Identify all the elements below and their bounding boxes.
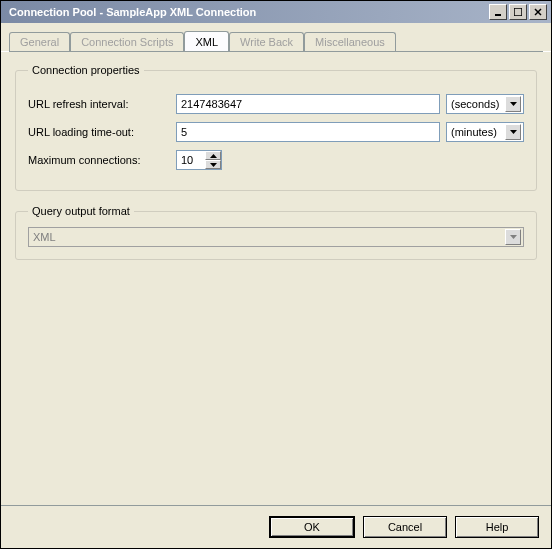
ok-button[interactable]: OK — [269, 516, 355, 538]
dialog-window: Connection Pool - SampleApp XML Connecti… — [0, 0, 552, 549]
url-timeout-unit-value: (minutes) — [451, 126, 497, 138]
tab-xml[interactable]: XML — [184, 31, 229, 51]
window-title: Connection Pool - SampleApp XML Connecti… — [5, 6, 487, 18]
dialog-footer: OK Cancel Help — [1, 505, 551, 548]
svg-marker-8 — [510, 235, 517, 239]
query-output-value: XML — [33, 231, 56, 243]
tabstrip: General Connection Scripts XML Write Bac… — [1, 23, 551, 52]
tab-miscellaneous[interactable]: Miscellaneous — [304, 32, 396, 52]
url-timeout-unit-select[interactable]: (minutes) — [446, 122, 524, 142]
svg-rect-1 — [514, 8, 522, 16]
spin-down-button[interactable] — [205, 160, 221, 169]
tab-connection-scripts[interactable]: Connection Scripts — [70, 32, 184, 52]
chevron-down-icon — [505, 124, 521, 140]
url-timeout-label: URL loading time-out: — [28, 126, 170, 138]
max-connections-input[interactable] — [177, 151, 205, 169]
spin-up-button[interactable] — [205, 151, 221, 160]
cancel-button[interactable]: Cancel — [363, 516, 447, 538]
tab-write-back[interactable]: Write Back — [229, 32, 304, 52]
url-refresh-row: URL refresh interval: (seconds) — [28, 94, 524, 114]
max-connections-label: Maximum connections: — [28, 154, 170, 166]
url-refresh-unit-value: (seconds) — [451, 98, 499, 110]
connection-properties-legend: Connection properties — [28, 64, 144, 76]
svg-marker-5 — [510, 130, 517, 134]
svg-marker-6 — [210, 154, 217, 158]
url-timeout-row: URL loading time-out: (minutes) — [28, 122, 524, 142]
max-connections-row: Maximum connections: — [28, 150, 524, 170]
close-button[interactable] — [529, 4, 547, 20]
svg-marker-7 — [210, 163, 217, 167]
query-output-group: Query output format XML — [15, 205, 537, 260]
spinner-buttons — [205, 151, 221, 169]
chevron-down-icon — [505, 229, 521, 245]
connection-properties-group: Connection properties URL refresh interv… — [15, 64, 537, 191]
tab-content: Connection properties URL refresh interv… — [1, 52, 551, 505]
max-connections-spinner[interactable] — [176, 150, 222, 170]
svg-rect-0 — [495, 14, 501, 16]
url-refresh-label: URL refresh interval: — [28, 98, 170, 110]
svg-marker-4 — [510, 102, 517, 106]
minimize-button[interactable] — [489, 4, 507, 20]
chevron-down-icon — [505, 96, 521, 112]
query-output-legend: Query output format — [28, 205, 134, 217]
query-output-select: XML — [28, 227, 524, 247]
help-button[interactable]: Help — [455, 516, 539, 538]
url-timeout-input[interactable] — [176, 122, 440, 142]
tab-general[interactable]: General — [9, 32, 70, 52]
url-refresh-input[interactable] — [176, 94, 440, 114]
maximize-button[interactable] — [509, 4, 527, 20]
titlebar: Connection Pool - SampleApp XML Connecti… — [1, 1, 551, 23]
url-refresh-unit-select[interactable]: (seconds) — [446, 94, 524, 114]
